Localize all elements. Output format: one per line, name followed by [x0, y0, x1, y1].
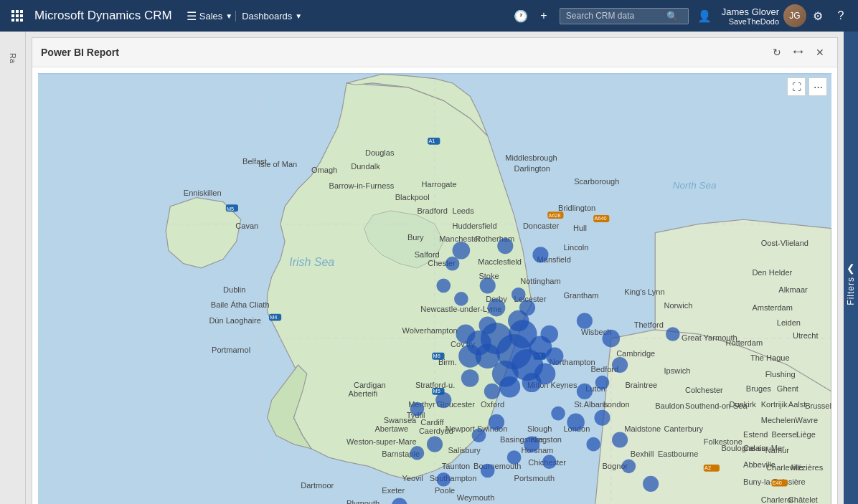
- svg-text:Huddersfield: Huddersfield: [453, 222, 497, 230]
- filter-panel-label: Filters: [846, 277, 856, 305]
- svg-point-181: [456, 324, 475, 343]
- nav-dashboards-menu[interactable]: Dashboards ▼: [235, 11, 302, 22]
- add-icon[interactable]: +: [532, 4, 555, 27]
- svg-text:Plymouth: Plymouth: [346, 499, 380, 504]
- svg-text:Scarborough: Scarborough: [574, 177, 619, 186]
- svg-text:Leeds: Leeds: [453, 206, 475, 215]
- nav-sales-menu[interactable]: Sales ▼: [199, 11, 232, 22]
- svg-text:Bradford: Bradford: [417, 206, 447, 215]
- right-filter-panel[interactable]: ❮ Filters: [844, 32, 858, 504]
- svg-point-188: [484, 384, 500, 399]
- svg-text:Braintree: Braintree: [625, 381, 657, 389]
- svg-text:Maidstone: Maidstone: [624, 424, 661, 433]
- svg-point-213: [436, 472, 451, 487]
- svg-point-195: [454, 292, 468, 306]
- svg-point-210: [481, 464, 495, 478]
- fullscreen-icon[interactable]: ⛶: [787, 77, 806, 96]
- svg-text:North Sea: North Sea: [673, 180, 717, 191]
- user-menu[interactable]: James Glover SaveTheDodo JG: [722, 4, 806, 27]
- refresh-icon[interactable]: ↻: [768, 44, 786, 61]
- svg-point-185: [540, 325, 558, 343]
- svg-point-191: [532, 247, 548, 262]
- svg-rect-8: [20, 19, 23, 22]
- svg-text:Portsmouth: Portsmouth: [514, 474, 555, 482]
- svg-text:Liège: Liège: [796, 430, 816, 439]
- svg-text:Exeter: Exeter: [382, 486, 405, 495]
- svg-point-187: [461, 369, 479, 387]
- svg-text:Cardiff: Cardiff: [420, 418, 444, 427]
- svg-text:Taunton: Taunton: [442, 462, 470, 470]
- settings-icon[interactable]: ⚙: [806, 4, 829, 27]
- svg-point-205: [612, 432, 628, 447]
- svg-point-197: [577, 313, 593, 329]
- svg-text:Dunkirk: Dunkirk: [729, 400, 756, 409]
- svg-text:Bury: Bury: [407, 233, 424, 242]
- svg-text:Yeovil: Yeovil: [402, 474, 423, 482]
- help-icon[interactable]: ?: [829, 4, 852, 27]
- svg-rect-0: [11, 10, 14, 13]
- svg-text:Wavre: Wavre: [796, 416, 819, 424]
- search-box[interactable]: 🔍: [560, 8, 689, 24]
- svg-text:Dún Laoghaire: Dún Laoghaire: [209, 316, 260, 325]
- close-icon[interactable]: ✕: [811, 44, 829, 61]
- svg-text:Utrecht: Utrecht: [793, 331, 819, 340]
- chevron-left-icon: ❮: [847, 262, 855, 274]
- svg-point-212: [410, 446, 425, 460]
- svg-text:Cambridge: Cambridge: [616, 349, 655, 358]
- svg-point-176: [458, 345, 481, 368]
- svg-text:London: London: [603, 400, 630, 409]
- svg-text:A640: A640: [594, 215, 606, 222]
- svg-text:Colchester: Colchester: [685, 386, 723, 394]
- svg-point-217: [666, 327, 680, 341]
- svg-text:Douglas: Douglas: [365, 148, 395, 157]
- report-header: Power BI Report ↻ ⭤ ✕: [32, 38, 837, 67]
- svg-point-193: [480, 277, 496, 293]
- svg-point-183: [488, 299, 506, 317]
- report-header-icons: ↻ ⭤ ✕: [768, 44, 829, 61]
- map-toolbar: ⛶ ⋯: [787, 77, 827, 96]
- svg-text:Kortrijik: Kortrijik: [761, 400, 788, 409]
- svg-text:Estend: Estend: [743, 430, 768, 439]
- more-options-icon[interactable]: ⋯: [808, 77, 827, 96]
- svg-point-184: [519, 300, 535, 315]
- svg-text:A1: A1: [428, 138, 435, 144]
- svg-text:Weston-super-Mare: Weston-super-Mare: [346, 437, 416, 446]
- svg-point-219: [410, 402, 425, 417]
- svg-text:Grantham: Grantham: [563, 291, 598, 300]
- svg-text:Dartmoor: Dartmoor: [301, 481, 334, 490]
- svg-text:Abertawe: Abertawe: [374, 424, 408, 433]
- svg-text:Blackpool: Blackpool: [395, 193, 430, 201]
- svg-text:Hull: Hull: [573, 224, 587, 232]
- svg-point-220: [489, 414, 504, 430]
- popout-icon[interactable]: ⭤: [790, 44, 807, 61]
- svg-point-177: [499, 376, 520, 397]
- svg-text:M4: M4: [270, 314, 277, 320]
- svg-point-196: [436, 279, 451, 293]
- svg-point-208: [507, 450, 522, 465]
- svg-point-189: [453, 242, 471, 260]
- left-sidebar: Ra: [0, 32, 26, 504]
- contact-icon[interactable]: 👤: [693, 4, 716, 27]
- hamburger-icon[interactable]: ☰: [187, 9, 197, 23]
- svg-text:Harrogate: Harrogate: [422, 180, 457, 189]
- report-container: Power BI Report ↻ ⭤ ✕ ⛶ ⋯: [32, 37, 838, 504]
- user-username: SaveTheDodo: [722, 17, 779, 26]
- svg-text:Middlesbrough: Middlesbrough: [505, 153, 557, 162]
- svg-text:Wolverhampton: Wolverhampton: [402, 326, 458, 335]
- svg-text:The Hague: The Hague: [750, 353, 790, 362]
- svg-text:Isle of Man: Isle of Man: [258, 160, 297, 168]
- main-panel: Power BI Report ↻ ⭤ ✕ ⛶ ⋯: [26, 32, 844, 504]
- svg-text:Oxford: Oxford: [481, 400, 504, 409]
- clock-icon[interactable]: 🕐: [509, 4, 532, 27]
- app-title: Microsoft Dynamics CRM: [34, 9, 172, 23]
- svg-text:Aberteifi: Aberteifi: [349, 389, 378, 398]
- search-input[interactable]: [566, 11, 666, 21]
- svg-text:Cardigan: Cardigan: [354, 381, 386, 389]
- top-navigation: Microsoft Dynamics CRM ☰ Sales ▼ Dashboa…: [0, 0, 858, 32]
- svg-text:Macclesfield: Macclesfield: [478, 257, 522, 266]
- app-grid-icon[interactable]: [6, 4, 29, 27]
- svg-text:Dundalk: Dundalk: [351, 162, 380, 171]
- svg-text:Den Helder: Den Helder: [752, 268, 792, 277]
- user-name: James Glover: [722, 6, 779, 17]
- svg-point-206: [586, 437, 600, 452]
